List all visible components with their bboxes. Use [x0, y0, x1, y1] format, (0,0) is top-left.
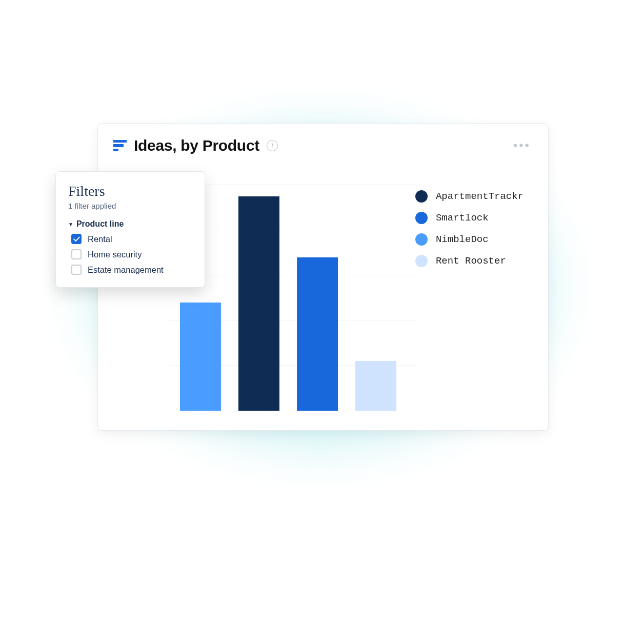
card-header: Ideas, by Product i ••• [98, 124, 548, 159]
filter-option[interactable]: Rental [68, 234, 192, 244]
legend-label: Rent Rooster [436, 255, 506, 267]
chart-bar[interactable] [238, 196, 279, 411]
legend-item[interactable]: ApartmentTrackr [415, 190, 524, 203]
legend-swatch-icon [415, 190, 428, 203]
chevron-down-icon: ▼ [68, 222, 73, 227]
filter-group-product-line: ▼ Product line RentalHome securityEstate… [68, 219, 192, 275]
bar-chart [170, 185, 416, 411]
card-title: Ideas, by Product [134, 137, 259, 154]
filters-popover: Filters 1 filter applied ▼ Product line … [55, 171, 205, 288]
legend-label: ApartmentTrackr [436, 191, 524, 202]
filters-subtitle: 1 filter applied [68, 202, 192, 210]
app-logo-icon [113, 140, 127, 151]
info-icon[interactable]: i [267, 140, 278, 151]
legend-swatch-icon [415, 212, 428, 224]
legend: ApartmentTrackrSmartlockNimbleDocRent Ro… [415, 190, 524, 267]
legend-item[interactable]: Rent Rooster [415, 255, 524, 267]
chart-bar[interactable] [355, 361, 396, 411]
checkbox[interactable] [71, 249, 82, 259]
more-menu-icon[interactable]: ••• [513, 138, 533, 153]
filter-option[interactable]: Home security [68, 249, 192, 259]
checkbox-checked[interactable] [71, 234, 82, 244]
filter-option-label: Estate management [88, 265, 164, 275]
legend-swatch-icon [415, 255, 428, 267]
filter-option-label: Home security [88, 250, 142, 259]
filter-group-toggle[interactable]: ▼ Product line [68, 219, 192, 229]
checkbox[interactable] [71, 265, 82, 275]
filter-option-label: Rental [88, 234, 112, 244]
chart-bar[interactable] [180, 303, 221, 411]
legend-label: Smartlock [436, 212, 489, 224]
filter-option[interactable]: Estate management [68, 265, 192, 275]
legend-item[interactable]: NimbleDoc [415, 233, 524, 246]
legend-item[interactable]: Smartlock [415, 212, 524, 224]
legend-label: NimbleDoc [436, 234, 489, 245]
legend-swatch-icon [415, 233, 428, 246]
chart-bar[interactable] [297, 257, 338, 411]
filter-group-label: Product line [76, 219, 124, 229]
filters-title: Filters [68, 183, 192, 199]
